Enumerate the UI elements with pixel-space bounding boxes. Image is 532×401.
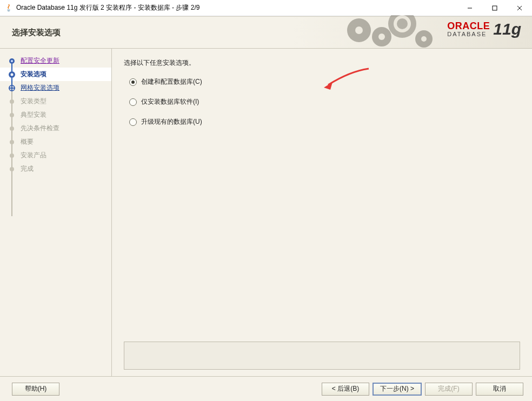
svg-point-5 <box>355 26 363 34</box>
radio-icon[interactable] <box>129 78 137 86</box>
titlebar: Oracle Database 11g 发行版 2 安装程序 - 安装数据库 -… <box>0 0 532 16</box>
option-upgrade-existing-db[interactable]: 升级现有的数据库(U) <box>129 117 520 126</box>
minimize-button[interactable] <box>457 0 482 16</box>
svg-point-20 <box>10 99 14 104</box>
svg-point-25 <box>10 167 14 171</box>
svg-point-24 <box>10 153 14 158</box>
option-install-software-only[interactable]: 仅安装数据库软件(I) <box>129 97 520 106</box>
window-title: Oracle Database 11g 发行版 2 安装程序 - 安装数据库 -… <box>16 3 200 12</box>
brand-database: DATABASE <box>447 31 490 37</box>
maximize-button[interactable] <box>482 0 507 16</box>
step-label: 配置安全更新 <box>21 56 59 65</box>
close-button[interactable] <box>507 0 532 16</box>
step-prereq-checks: 先决条件检查 <box>0 122 111 135</box>
step-label: 先决条件检查 <box>21 124 59 133</box>
svg-point-14 <box>11 60 13 62</box>
step-dot-icon <box>8 151 16 160</box>
status-message-box <box>124 342 520 370</box>
step-dot-icon <box>8 165 16 173</box>
oracle-brand: ORACLE DATABASE 11g <box>447 20 521 38</box>
step-dot-icon <box>8 70 16 79</box>
svg-point-16 <box>11 73 14 76</box>
page-title: 选择安装选项 <box>12 28 61 38</box>
step-label: 概要 <box>21 137 34 146</box>
step-label: 典型安装 <box>21 110 46 119</box>
header-banner: 选择安装选项 ORACLE DATABASE 11g <box>0 16 532 49</box>
back-button[interactable]: < 后退(B) <box>322 383 369 396</box>
step-label: 网格安装选项 <box>21 83 59 92</box>
step-dot-icon <box>8 138 16 146</box>
finish-button: 完成(F) <box>425 383 473 396</box>
radio-label: 创建和配置数据库(C) <box>141 77 202 86</box>
step-configure-security-updates[interactable]: 配置安全更新 <box>0 54 111 68</box>
step-dot-icon <box>8 57 16 65</box>
help-button[interactable]: 帮助(H) <box>12 383 59 396</box>
svg-point-23 <box>10 140 14 144</box>
step-finish: 完成 <box>0 162 111 176</box>
step-dot-icon <box>8 111 16 119</box>
radio-label: 升级现有的数据库(U) <box>141 117 202 126</box>
brand-version: 11g <box>493 20 521 38</box>
footer: 帮助(H) < 后退(B) 下一步(N) > 完成(F) 取消 <box>0 376 532 401</box>
window-controls <box>457 0 532 16</box>
next-button[interactable]: 下一步(N) > <box>373 383 422 396</box>
step-label: 安装产品 <box>21 151 46 160</box>
brand-oracle: ORACLE <box>447 21 490 31</box>
radio-icon[interactable] <box>129 118 137 126</box>
gears-decoration <box>343 15 435 51</box>
cancel-button[interactable]: 取消 <box>476 383 523 396</box>
step-label: 安装选项 <box>21 70 46 79</box>
svg-point-22 <box>10 126 14 131</box>
radio-icon[interactable] <box>129 98 137 106</box>
step-install-type: 安装类型 <box>0 95 111 108</box>
step-install-options[interactable]: 安装选项 <box>0 68 111 81</box>
step-grid-install-options[interactable]: 网格安装选项 <box>0 81 111 95</box>
step-dot-icon <box>8 84 16 92</box>
main-panel: 选择以下任意安装选项。 创建和配置数据库(C) 仅安装数据库软件(I) 升级现有… <box>112 49 532 376</box>
step-summary: 概要 <box>0 135 111 149</box>
option-create-configure-db[interactable]: 创建和配置数据库(C) <box>129 77 520 86</box>
step-typical-install: 典型安装 <box>0 108 111 122</box>
instruction-text: 选择以下任意安装选项。 <box>124 58 520 68</box>
svg-point-7 <box>378 34 385 40</box>
step-dot-icon <box>8 124 16 133</box>
svg-point-12 <box>421 36 427 42</box>
step-label: 完成 <box>21 164 34 173</box>
svg-point-10 <box>397 18 408 29</box>
step-install-product: 安装产品 <box>0 149 111 162</box>
step-dot-icon <box>8 97 16 106</box>
svg-rect-1 <box>493 6 497 10</box>
radio-label: 仅安装数据库软件(I) <box>141 97 199 106</box>
java-icon <box>4 4 13 12</box>
body-area: 配置安全更新 安装选项 网格安装选项 安装类型 典型安装 <box>0 49 532 376</box>
step-label: 安装类型 <box>21 97 46 106</box>
svg-point-21 <box>10 113 14 117</box>
sidebar: 配置安全更新 安装选项 网格安装选项 安装类型 典型安装 <box>0 49 112 376</box>
